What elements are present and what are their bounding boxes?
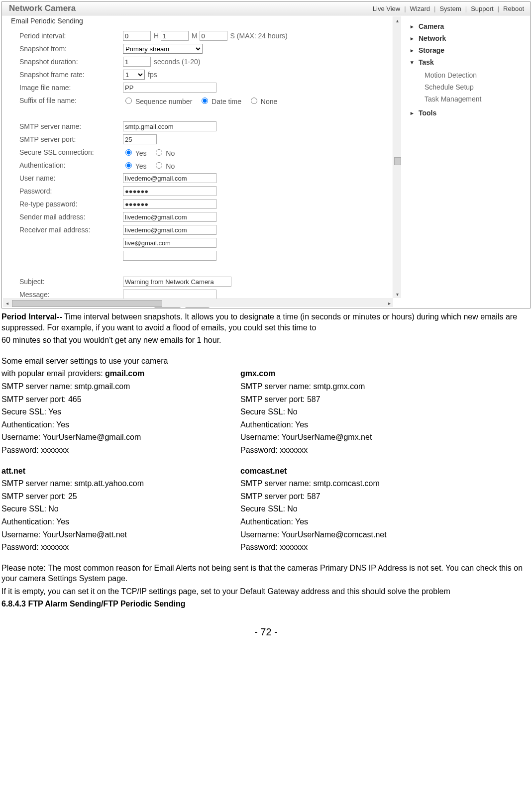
sidebar-sub-task-mgmt[interactable]: Task Management [425, 93, 530, 105]
section-heading: 6.8.4.3 FTP Alarm Sending/FTP Periodic S… [1, 599, 529, 609]
input-sender-mail[interactable] [123, 212, 216, 222]
input-smtp-server-name[interactable] [123, 121, 216, 131]
input-period-m[interactable] [161, 31, 189, 41]
top-nav: Network Camera Live View| Wizard| System… [2, 2, 530, 15]
gmail-row: SMTP server port: 465 [1, 394, 240, 405]
camera-ui-screenshot: Network Camera Live View| Wizard| System… [1, 1, 531, 308]
label-seconds: seconds (1-20) [154, 58, 200, 66]
scroll-down-icon[interactable]: ▾ [393, 290, 401, 298]
input-receiver-1[interactable] [123, 225, 216, 235]
note-1: Please note: The most common reason for … [1, 563, 529, 584]
label-h: H [154, 32, 159, 40]
att-row: Authentication: Yes [1, 516, 240, 527]
input-password[interactable] [123, 186, 216, 196]
nav-live-view[interactable]: Live View [373, 5, 400, 12]
label-sender-mail: Sender mail address: [19, 213, 123, 221]
sidebar-item-task[interactable]: ▾Task [411, 56, 530, 68]
nav-wizard[interactable]: Wizard [410, 5, 430, 12]
comcast-row: Password: xxxxxxx [240, 542, 529, 553]
label-retype-password: Re-type password: [19, 200, 123, 208]
scroll-up-icon[interactable]: ▴ [393, 16, 401, 24]
label-fps: fps [148, 71, 157, 79]
nav-support[interactable]: Support [471, 5, 494, 12]
att-row: Username: YourUserName@att.net [1, 529, 240, 540]
radio-auth-no[interactable]: No [153, 162, 175, 170]
label-password: Password: [19, 187, 123, 195]
gmail-row: Authentication: Yes [1, 419, 240, 430]
right-sidebar: ▸Camera ▸Network ▸Storage ▾Task Motion D… [402, 15, 530, 308]
gmx-row: Secure SSL: No [240, 406, 529, 417]
comcast-title: comcast.net [240, 466, 529, 477]
radio-suffix-none[interactable]: None [248, 98, 277, 105]
label-period-interval: Period interval: [19, 32, 123, 40]
input-period-s[interactable] [200, 31, 227, 41]
chevron-down-icon: ▾ [411, 59, 419, 66]
radio-suffix-date[interactable]: Date time [199, 98, 241, 105]
panel-title: Email Periodic Sending [2, 15, 402, 28]
input-receiver-3[interactable] [123, 251, 216, 261]
chevron-right-icon: ▸ [411, 35, 419, 42]
att-row: SMTP server name: smtp.att.yahoo.com [1, 478, 240, 489]
att-row: SMTP server port: 25 [1, 491, 240, 502]
sidebar-sub-schedule[interactable]: Schedule Setup [425, 81, 530, 93]
select-frame-rate[interactable]: 1 [123, 70, 145, 80]
sidebar-item-storage[interactable]: ▸Storage [411, 44, 530, 56]
comcast-row: Secure SSL: No [240, 503, 529, 514]
label-receiver-mail: Receiver mail address: [19, 226, 123, 234]
horizontal-scrollbar[interactable]: ◂ ▸ [3, 299, 393, 307]
nav-reboot[interactable]: Reboot [503, 5, 524, 12]
sidebar-sub-motion[interactable]: Motion Detection [425, 69, 530, 81]
sidebar-item-camera[interactable]: ▸Camera [411, 20, 530, 32]
gmail-row: Username: YourUserName@gmail.com [1, 432, 240, 443]
label-secure-ssl: Secure SSL connection: [19, 148, 123, 156]
apply-button[interactable]: Apply [154, 307, 181, 308]
comcast-row: Username: YourUserName@comcast.net [240, 529, 529, 540]
scroll-left-icon[interactable]: ◂ [3, 299, 11, 307]
settings-panel: Email Periodic Sending Period interval: … [2, 15, 402, 308]
gmail-row: Secure SSL: Yes [1, 406, 240, 417]
input-period-h[interactable] [123, 31, 151, 41]
label-subject: Subject: [19, 278, 123, 286]
input-snapshot-duration[interactable] [123, 57, 151, 67]
gmx-row: Username: YourUserName@gmx.net [240, 432, 529, 443]
nav-links: Live View| Wizard| System| Support| Rebo… [373, 5, 530, 12]
radio-ssl-no[interactable]: No [153, 149, 175, 157]
input-receiver-2[interactable] [123, 238, 216, 248]
input-image-file-name[interactable] [123, 83, 216, 93]
input-subject[interactable] [123, 277, 231, 287]
hscroll-thumb[interactable] [12, 300, 162, 307]
gmail-title-inline: gmail.com [105, 369, 144, 378]
gmx-row: Password: xxxxxxx [240, 445, 529, 456]
sidebar-item-network[interactable]: ▸Network [411, 32, 530, 44]
chevron-right-icon: ▸ [411, 47, 419, 54]
scroll-thumb[interactable] [394, 157, 401, 165]
gmx-row: Authentication: Yes [240, 419, 529, 430]
label-message: Message: [19, 291, 123, 299]
radio-suffix-seq[interactable]: Sequence number [123, 98, 192, 105]
radio-ssl-yes[interactable]: Yes [123, 149, 146, 157]
radio-auth-yes[interactable]: Yes [123, 162, 146, 170]
nav-system[interactable]: System [439, 5, 461, 12]
chevron-right-icon: ▸ [411, 23, 419, 30]
input-retype-password[interactable] [123, 199, 216, 209]
sidebar-item-tools[interactable]: ▸Tools [411, 107, 530, 119]
gmail-row: Password: xxxxxxx [1, 445, 240, 456]
scroll-right-icon[interactable]: ▸ [385, 299, 393, 307]
input-user-name[interactable] [123, 173, 216, 183]
label-authentication: Authentication: [19, 161, 123, 169]
label-user-name: User name: [19, 174, 123, 182]
select-snapshot-from[interactable]: Primary stream [123, 44, 203, 54]
page-number: - 72 - [0, 626, 532, 638]
vertical-scrollbar[interactable]: ▴ ▾ [393, 16, 401, 298]
label-image-file-name: Image file name: [19, 84, 123, 92]
input-smtp-server-port[interactable] [123, 134, 157, 144]
back-button[interactable]: Back [185, 307, 210, 308]
att-title: att.net [1, 466, 240, 477]
comcast-row: Authentication: Yes [240, 516, 529, 527]
label-snapshot-from: Snapshot from: [19, 45, 123, 53]
input-message[interactable] [123, 290, 216, 300]
label-smtp-server-name: SMTP server name: [19, 122, 123, 130]
period-interval-text: Time interval between snapshots. It allo… [1, 312, 517, 332]
gmx-row: SMTP server port: 587 [240, 394, 529, 405]
brand-title: Network Camera [2, 3, 373, 13]
